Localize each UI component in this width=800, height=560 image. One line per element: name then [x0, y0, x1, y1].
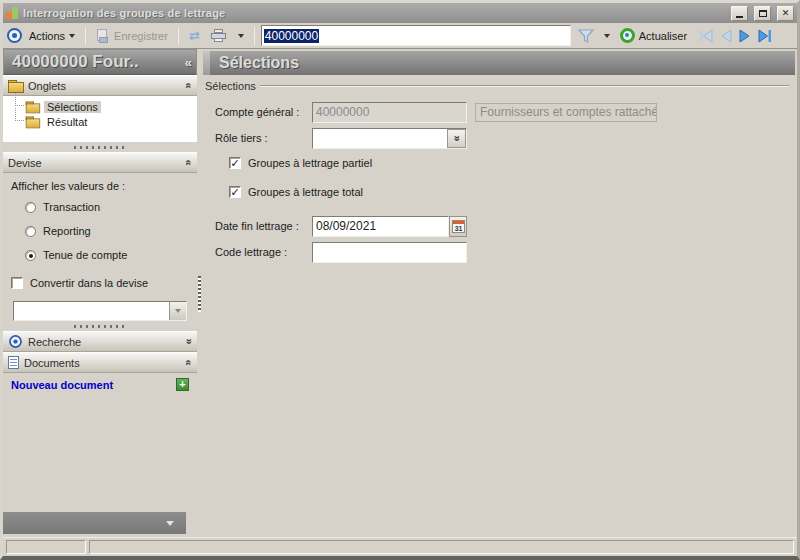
- actualiser-button[interactable]: Actualiser: [616, 26, 691, 45]
- open-folder-icon: [26, 101, 40, 112]
- radio-tenue-de-compte[interactable]: Tenue de compte: [25, 249, 189, 261]
- compte-general-value: 40000000: [316, 105, 369, 119]
- role-tiers-select[interactable]: «: [312, 128, 467, 149]
- tree-item-label: Résultat: [44, 116, 90, 128]
- date-value: 08/09/2021: [316, 219, 376, 233]
- radio-label: Transaction: [43, 201, 100, 213]
- title-bar: Interrogation des groupes de lettrage ✕: [3, 3, 797, 23]
- documents-section-label: Documents: [24, 357, 180, 369]
- last-record-button[interactable]: [757, 29, 773, 43]
- role-tiers-dropdown-button[interactable]: «: [447, 129, 466, 148]
- convert-currency-checkbox-row[interactable]: Convertir dans la devise: [11, 277, 189, 289]
- calendar-button[interactable]: 31: [449, 216, 467, 237]
- last-record-icon: [757, 29, 773, 43]
- compte-general-description-field: Fournisseurs et comptes rattachés: [475, 103, 657, 122]
- close-icon: ✕: [782, 9, 790, 18]
- checkbox-label: Convertir dans la devise: [30, 277, 148, 289]
- page-banner: Sélections: [203, 51, 795, 75]
- role-tiers-value: [313, 129, 447, 148]
- checkbox-checked-icon: ✓: [229, 157, 241, 169]
- tree-item-selections[interactable]: Sélections: [13, 99, 197, 114]
- sidebar-resize-handle[interactable]: [198, 276, 201, 312]
- compte-general-row: Compte général : 40000000 Fournisseurs e…: [215, 101, 797, 123]
- close-button[interactable]: ✕: [777, 6, 794, 21]
- chevron-down-icon: «: [182, 338, 193, 344]
- toolbar-separator: [254, 27, 255, 45]
- toolbar-separator: [178, 27, 179, 45]
- previous-record-button[interactable]: [719, 29, 733, 43]
- green-refresh-icon: [620, 28, 635, 43]
- first-record-icon: [698, 29, 714, 43]
- sidebar-pane-title: 40000000 Four..: [12, 52, 183, 72]
- filter-dropdown-icon[interactable]: [604, 34, 610, 38]
- onglets-section-label: Onglets: [28, 80, 180, 92]
- horizontal-splitter[interactable]: [3, 142, 197, 152]
- radio-reporting[interactable]: Reporting: [25, 225, 189, 237]
- section-header-documents[interactable]: Documents «: [3, 352, 197, 373]
- documents-panel: Nouveau document +: [3, 373, 197, 391]
- status-cell-main: [89, 540, 794, 554]
- refresh-button[interactable]: ⇄: [185, 27, 204, 44]
- calendar-icon: 31: [452, 220, 465, 233]
- app-icon: [6, 7, 19, 20]
- radio-icon: [25, 226, 36, 237]
- checkbox-checked-icon: ✓: [229, 186, 241, 198]
- code-lettrage-input[interactable]: [312, 242, 467, 263]
- next-record-button[interactable]: [738, 29, 752, 43]
- radio-transaction[interactable]: Transaction: [25, 201, 189, 213]
- add-document-icon[interactable]: +: [176, 378, 189, 391]
- code-lettrage-label: Code lettrage :: [215, 246, 312, 258]
- maximize-button[interactable]: [754, 6, 771, 21]
- minimize-button[interactable]: [731, 6, 748, 21]
- devise-caption: Afficher les valeurs de :: [11, 180, 189, 192]
- target-icon: [7, 28, 22, 43]
- radio-label: Reporting: [43, 225, 91, 237]
- code-lettrage-row: Code lettrage :: [215, 241, 797, 263]
- tree-connector: [15, 93, 24, 106]
- chevron-down-icon: [175, 309, 181, 313]
- first-record-button[interactable]: [698, 29, 714, 43]
- section-header-onglets[interactable]: Onglets «: [3, 75, 197, 96]
- refresh-arrows-icon: ⇄: [189, 29, 200, 42]
- filter-button[interactable]: [574, 26, 598, 46]
- sidebar-pane-header: 40000000 Four.. «: [3, 49, 197, 75]
- print-button[interactable]: [207, 27, 231, 44]
- actualiser-label: Actualiser: [639, 30, 687, 42]
- horizontal-splitter[interactable]: [3, 321, 197, 331]
- currency-select[interactable]: [13, 301, 187, 321]
- save-icon: [96, 29, 110, 43]
- section-header-devise[interactable]: Devise «: [3, 152, 197, 173]
- tree-item-resultat[interactable]: Résultat: [13, 114, 197, 129]
- checkbox-label: Groupes à lettrage partiel: [248, 157, 372, 169]
- sidebar: 40000000 Four.. « Onglets « Sélections R…: [3, 49, 197, 537]
- section-header-recherche[interactable]: Recherche «: [3, 331, 197, 352]
- print-dropdown-icon[interactable]: [238, 34, 244, 38]
- role-tiers-label: Rôle tiers :: [215, 132, 312, 144]
- printer-icon: [211, 29, 227, 42]
- role-tiers-row: Rôle tiers : «: [215, 127, 797, 149]
- chevron-up-icon: «: [182, 82, 193, 88]
- app-window: Interrogation des groupes de lettrage ✕ …: [0, 0, 800, 560]
- funnel-icon: [578, 28, 594, 44]
- tree-item-label: Sélections: [44, 101, 101, 113]
- collapse-pane-icon[interactable]: «: [183, 55, 194, 70]
- checkbox-label: Groupes à lettrage total: [248, 186, 363, 198]
- minimize-icon: [736, 16, 743, 18]
- checkbox-unchecked-icon: [11, 277, 23, 289]
- save-button[interactable]: Enregistrer: [92, 27, 172, 45]
- actions-button[interactable]: Actions: [25, 28, 79, 44]
- sidebar-overflow-bar[interactable]: [3, 512, 186, 534]
- chevron-up-icon: «: [182, 159, 193, 165]
- lettrage-partiel-checkbox-row[interactable]: ✓ Groupes à lettrage partiel: [229, 157, 797, 169]
- content-area: 40000000 Four.. « Onglets « Sélections R…: [3, 49, 797, 537]
- radio-label: Tenue de compte: [43, 249, 127, 261]
- currency-select-button: [169, 302, 186, 320]
- date-fin-lettrage-input[interactable]: 08/09/2021: [312, 216, 449, 237]
- selections-form: Compte général : 40000000 Fournisseurs e…: [203, 93, 797, 267]
- account-search-input[interactable]: 40000000: [261, 25, 571, 46]
- new-document-link[interactable]: Nouveau document: [11, 379, 176, 391]
- chevron-down-icon: [69, 34, 75, 38]
- groupbox-line: [260, 85, 789, 87]
- lettrage-total-checkbox-row[interactable]: ✓ Groupes à lettrage total: [229, 186, 797, 198]
- compte-general-field: 40000000: [312, 102, 467, 123]
